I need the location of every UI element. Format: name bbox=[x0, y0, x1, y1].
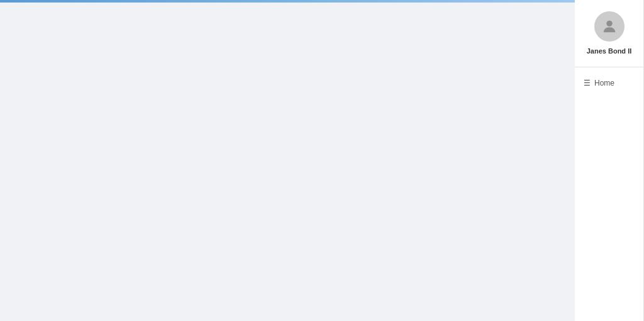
user-name: Janes Bond II bbox=[587, 47, 632, 55]
sidebar-item-home[interactable]: ☰ Home bbox=[575, 74, 643, 93]
sidebar: Janes Bond II ☰ Home bbox=[575, 0, 644, 321]
svg-point-0 bbox=[606, 21, 612, 26]
top-accent-bar bbox=[0, 0, 575, 3]
avatar bbox=[594, 11, 625, 42]
sidebar-divider bbox=[575, 67, 643, 67]
menu-icon: ☰ bbox=[584, 79, 591, 87]
sidebar-item-home-label: Home bbox=[594, 79, 614, 87]
